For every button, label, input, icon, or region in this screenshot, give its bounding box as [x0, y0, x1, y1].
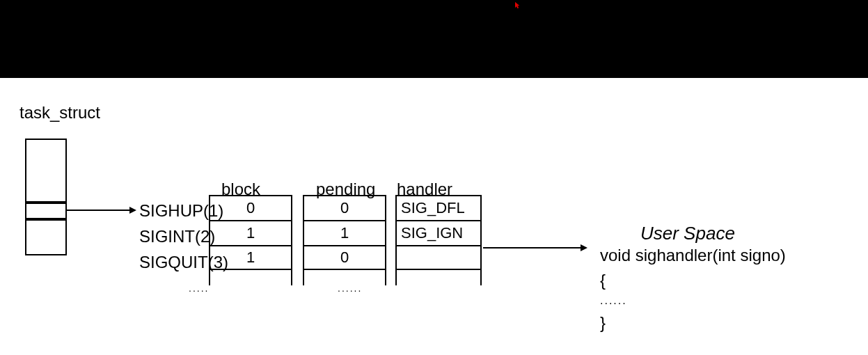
- handler-cell-2: [397, 245, 480, 270]
- title-label: task_struct: [19, 103, 100, 123]
- code-brace-open: {: [600, 271, 606, 290]
- signal-sigint-label: SIGINT(2): [139, 227, 215, 246]
- svg-marker-3: [581, 244, 587, 251]
- handler-column: SIG_DFL SIG_IGN: [395, 195, 482, 285]
- handler-cell-1: SIG_IGN: [397, 220, 480, 245]
- cursor-icon: [515, 2, 519, 9]
- pending-column: 0 1 0: [303, 195, 386, 285]
- block-cell-0: 0: [210, 195, 291, 220]
- pending-dots-label: ......: [338, 283, 362, 294]
- arrow-handler-to-func-icon: [483, 244, 587, 252]
- block-dots-label: .....: [189, 283, 209, 294]
- task-struct-field-mid: [25, 203, 67, 219]
- block-column: 0 1 1: [209, 195, 292, 285]
- arrow-struct-to-signals-icon: [67, 206, 136, 214]
- svg-marker-1: [129, 207, 136, 214]
- code-brace-close: }: [600, 313, 606, 333]
- sighandler-function-signature: void sighandler(int signo): [600, 246, 786, 265]
- handler-cell-0: SIG_DFL: [397, 195, 480, 220]
- block-cell-1: 1: [210, 220, 291, 245]
- task-struct-field-bot: [25, 219, 67, 255]
- pending-cell-1: 1: [304, 220, 385, 245]
- code-body-dots: ......: [600, 294, 627, 307]
- user-space-label: User Space: [640, 223, 735, 244]
- pending-cell-0: 0: [304, 195, 385, 220]
- block-cell-2: 1: [210, 245, 291, 270]
- pending-cell-2: 0: [304, 245, 385, 270]
- task-struct-field-top: [25, 139, 67, 203]
